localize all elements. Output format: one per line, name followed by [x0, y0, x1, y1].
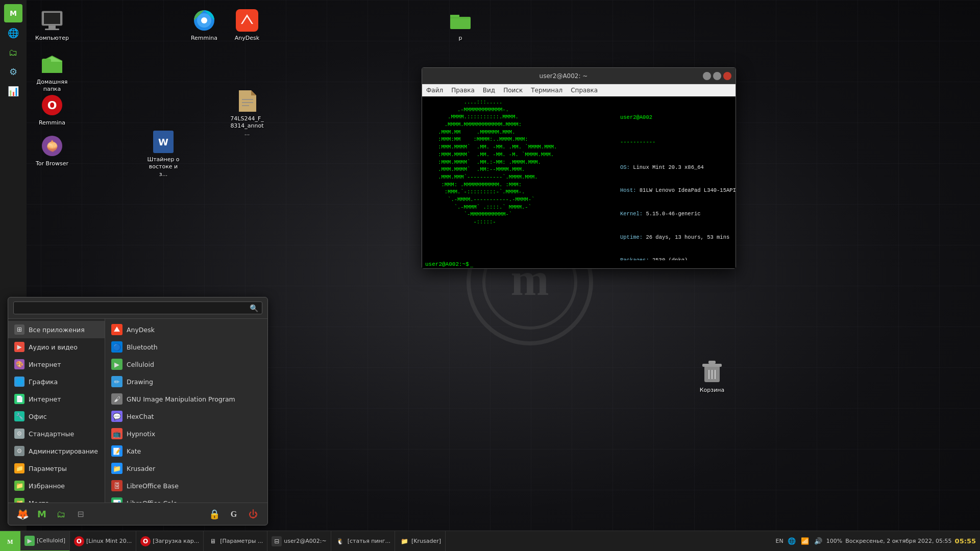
terminal-menu-view[interactable]: Вид — [483, 87, 495, 94]
menu-terminal-button[interactable]: ⊟ — [72, 506, 89, 522]
panel-mint[interactable]: M — [4, 4, 22, 22]
terminal-ascii-art: ....:::..... .-MMMMMMMMMMMM-. .MMMM.::::… — [425, 98, 616, 258]
krusader-app-icon: 📁 — [111, 463, 122, 474]
menu-app-kate[interactable]: 📝 Kate — [105, 442, 267, 460]
desktop-icon-folder-p[interactable]: р — [440, 5, 481, 45]
desktop-icon-trash[interactable]: Корзина — [692, 357, 732, 397]
menu-cat-admin[interactable]: ⚙ Стандартные — [8, 425, 105, 442]
menu-cat-places[interactable]: 📁 Избранное — [8, 477, 105, 494]
desktop-icon-anydesk[interactable]: AnyDesk — [227, 5, 267, 45]
desktop-icon-opera[interactable]: O Remmina — [32, 90, 72, 130]
menu-mint-button[interactable]: M — [34, 506, 50, 522]
taskbar-item-krusader[interactable]: 📁 [Krusader] — [395, 531, 446, 552]
internet-icon: 🌐 — [14, 377, 24, 387]
desktop-icon-steiner[interactable]: W Штайнер овостоке и з... — [143, 127, 184, 181]
taskbar-lang[interactable]: EN — [776, 538, 783, 544]
graphics-label: Интернет — [29, 361, 61, 368]
terminal-close-button[interactable] — [723, 72, 731, 80]
taskbar-battery[interactable]: 100% — [826, 538, 842, 544]
menu-cat-office[interactable]: 📄 Интернет — [8, 390, 105, 408]
svg-text:M: M — [7, 538, 13, 545]
app-menu: 🔍 ⊞ Все приложения ▶ Аудио и видео 🎨 Инт… — [8, 297, 268, 525]
menu-bottom-bar: 🦊 M 🗂 ⊟ 🔒 G ⏻ — [8, 503, 267, 525]
desktop-icon-home[interactable]: Домашняяпапка — [32, 49, 72, 96]
menu-search-input[interactable] — [13, 302, 262, 314]
terminal-menu-help[interactable]: Справка — [571, 87, 598, 94]
taskbar-item-article[interactable]: 🐧 [статья пинг... — [331, 531, 395, 552]
menu-app-localc[interactable]: 📊 LibreOffice Calc — [105, 494, 267, 503]
bluetooth-app-label: Bluetooth — [127, 343, 158, 351]
terminal-sysinfo: user2@A002 ----------- OS: Linux Mint 20… — [620, 98, 732, 258]
admin-label: Стандартные — [29, 430, 74, 438]
celluloid-taskbar-label: [Celluloid] — [37, 537, 65, 544]
folder-p-label: р — [459, 35, 462, 42]
terminal-minimize-button[interactable] — [703, 72, 711, 80]
celluloid-taskbar-icon: ▶ — [24, 536, 35, 546]
localc-app-icon: 📊 — [111, 497, 122, 503]
terminal-taskbar-icon: ⊟ — [272, 536, 282, 546]
menu-app-anydesk[interactable]: AnyDesk — [105, 321, 267, 338]
terminal-menu-search[interactable]: Поиск — [503, 87, 523, 94]
tor-icon-label: Tor Browser — [36, 160, 68, 167]
anydesk-icon-label: AnyDesk — [235, 35, 259, 42]
office-icon: 📄 — [14, 394, 24, 404]
terminal-window: user2@A002: ~ Файл Правка Вид Поиск Терм… — [422, 67, 736, 269]
menu-firefox-button[interactable]: 🦊 — [14, 506, 31, 522]
terminal-menu-edit[interactable]: Правка — [451, 87, 475, 94]
menu-cat-graphics[interactable]: 🎨 Интернет — [8, 356, 105, 373]
steiner-label: Штайнер овостоке и з... — [146, 156, 181, 178]
menu-files-button[interactable]: 🗂 — [53, 506, 69, 522]
panel-settings[interactable]: ⚙ — [4, 62, 22, 81]
menu-power-button[interactable]: ⏻ — [245, 506, 261, 522]
menu-app-krusader[interactable]: 📁 Krusader — [105, 460, 267, 477]
menu-cat-internet[interactable]: 🌐 Графика — [8, 373, 105, 390]
menu-search-bar: 🔍 — [8, 297, 267, 319]
multimedia-label: Аудио и видео — [29, 343, 78, 351]
menu-app-bluetooth[interactable]: 🔵 Bluetooth — [105, 338, 267, 356]
menu-cat-favorites[interactable]: 📁 Параметры — [8, 460, 105, 477]
desktop-icon-file74[interactable]: 74LS244_F_8314_annot... — [227, 86, 267, 140]
terminal-menu-file[interactable]: Файл — [426, 87, 443, 94]
menu-cat-recent[interactable]: 📁 Места — [8, 494, 105, 503]
desktop-icon-computer[interactable]: Компьютер — [32, 5, 72, 45]
opera2-taskbar-label: [Загрузка кар... — [153, 538, 199, 544]
svg-rect-4 — [44, 13, 60, 24]
taskbar-item-opera1[interactable]: O [Linux Mint 20... — [70, 531, 136, 552]
menu-lock-button[interactable]: 🔒 — [206, 506, 223, 522]
lobase-app-icon: 🗄 — [111, 480, 122, 491]
taskbar-start-button[interactable]: M — [0, 531, 20, 552]
panel-internet[interactable]: 🌐 — [4, 23, 22, 42]
panel-monitor[interactable]: 📊 — [4, 82, 22, 100]
menu-app-gimp[interactable]: 🖌 GNU Image Manipulation Program — [105, 390, 267, 408]
taskbar-item-opera2[interactable]: O [Загрузка кар... — [136, 531, 204, 552]
desktop-icon-tor[interactable]: 🧅 Tor Browser — [32, 131, 72, 170]
taskbar-item-terminal[interactable]: ⊟ user2@A002:~ — [267, 531, 331, 552]
terminal-prompt-line[interactable]: user2@A002:~$█ — [422, 260, 736, 268]
settings-taskbar-icon: 🖥 — [208, 536, 218, 546]
terminal-menu-terminal[interactable]: Терминал — [531, 87, 562, 94]
panel-files[interactable]: 🗂 — [4, 43, 22, 61]
taskbar-sound-icon[interactable]: 🔊 — [813, 536, 823, 546]
menu-cat-standard[interactable]: 🔧 Офис — [8, 408, 105, 425]
menu-app-lobase[interactable]: 🗄 LibreOffice Base — [105, 477, 267, 494]
desktop-icon-remmina[interactable]: Remmina — [184, 5, 225, 45]
menu-app-hexchat[interactable]: 💬 HexChat — [105, 408, 267, 425]
opera2-taskbar-icon: O — [140, 536, 151, 546]
menu-app-hypnotix[interactable]: 📺 Hypnotix — [105, 425, 267, 442]
taskbar-item-celluloid[interactable]: ▶ [Celluloid] — [20, 531, 70, 552]
menu-cat-settings[interactable]: ⚙ Администрирование — [8, 442, 105, 460]
svg-rect-18 — [702, 364, 722, 367]
lobase-app-label: LibreOffice Base — [127, 482, 179, 490]
terminal-maximize-button[interactable] — [713, 72, 721, 80]
taskbar-date[interactable]: Воскресенье, 2 октября 2022, 05:55 — [845, 538, 951, 544]
opera1-taskbar-icon: O — [74, 536, 84, 546]
taskbar-item-settings[interactable]: 🖥 [Параметры ... — [204, 531, 267, 552]
taskbar-network-icon[interactable]: 🌐 — [787, 536, 797, 546]
menu-google-button[interactable]: G — [226, 506, 242, 522]
menu-app-celluloid[interactable]: ▶ Celluloid — [105, 356, 267, 373]
taskbar-wifi-icon[interactable]: 📶 — [800, 536, 810, 546]
menu-cat-all[interactable]: ⊞ Все приложения — [8, 321, 105, 338]
all-apps-icon: ⊞ — [14, 324, 24, 335]
menu-cat-multimedia[interactable]: ▶ Аудио и видео — [8, 338, 105, 356]
menu-app-drawing[interactable]: ✏ Drawing — [105, 373, 267, 390]
